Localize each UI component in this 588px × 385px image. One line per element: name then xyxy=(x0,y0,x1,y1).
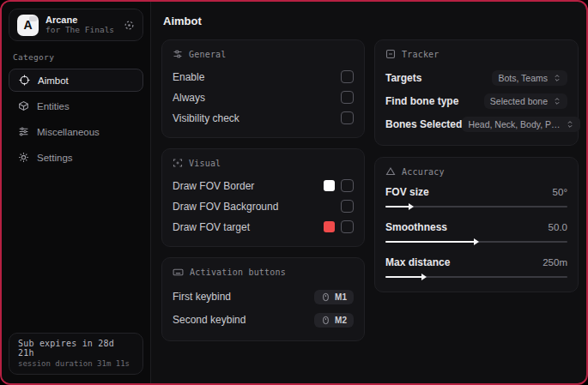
fov-size-slider[interactable] xyxy=(385,203,567,210)
keybind-value: M1 xyxy=(335,292,347,302)
refresh-icon[interactable] xyxy=(124,20,135,31)
setting-row-max-distance: Max distance 250m xyxy=(385,255,567,280)
bones-selected-select[interactable]: Head, Neck, Body, Pe... xyxy=(462,117,580,132)
select-value: Selected bone xyxy=(490,96,548,106)
app-title: Arcane xyxy=(45,15,117,26)
visibility-check-checkbox[interactable] xyxy=(341,111,354,124)
setting-label: Second keybind xyxy=(173,314,246,326)
app-logo: A xyxy=(17,15,39,36)
setting-row-second-keybind: Second keybind M2 xyxy=(173,309,354,331)
slider-thumb[interactable] xyxy=(409,203,414,210)
card-title: Activation buttons xyxy=(190,268,286,277)
sub-expiry-text: Sub expires in 28d 21h xyxy=(18,339,134,358)
slider-thumb[interactable] xyxy=(421,274,427,280)
setting-row-always: Always xyxy=(173,87,354,107)
max-distance-value: 250m xyxy=(543,257,567,268)
color-swatch[interactable] xyxy=(324,221,335,232)
subscription-info: Sub expires in 28d 21h session duration … xyxy=(9,333,143,375)
setting-label: Targets xyxy=(385,72,421,84)
chevrons-up-down-icon xyxy=(553,97,561,105)
chevrons-up-down-icon xyxy=(553,74,561,82)
mouse-icon xyxy=(321,316,330,325)
setting-label: Find bone type xyxy=(385,95,458,107)
cube-icon xyxy=(18,100,29,111)
sidebar-item-label: Entities xyxy=(37,101,70,111)
setting-label: Draw FOV Border xyxy=(173,180,254,192)
sidebar-item-miscellaneous[interactable]: Miscellaneous xyxy=(9,120,143,143)
draw-fov-border-checkbox[interactable] xyxy=(341,179,354,192)
triangle-icon xyxy=(385,166,396,177)
activation-buttons-card: Activation buttons First keybind M1 xyxy=(161,257,365,341)
first-keybind-button[interactable]: M1 xyxy=(314,290,354,304)
page-title: Aimbot xyxy=(163,15,579,27)
setting-row-bones-selected: Bones Selected Head, Neck, Body, Pe... xyxy=(385,113,567,135)
card-title: Accuracy xyxy=(402,167,445,177)
setting-label: Smoothness xyxy=(385,221,447,233)
setting-row-targets: Targets Bots, Teams xyxy=(385,67,567,89)
setting-label: Always xyxy=(173,92,205,104)
gear-icon xyxy=(18,152,29,163)
category-label: Category xyxy=(13,52,143,62)
setting-row-enable: Enable xyxy=(173,67,354,87)
mouse-icon xyxy=(321,292,330,302)
second-keybind-button[interactable]: M2 xyxy=(314,313,354,328)
setting-label: Draw FOV Background xyxy=(173,201,278,213)
accuracy-card: Accuracy FOV size 50° xyxy=(374,157,579,292)
select-value: Bots, Teams xyxy=(498,73,548,83)
sidebar: A Arcane for The Finals Category xyxy=(2,2,151,383)
enable-checkbox[interactable] xyxy=(341,70,354,83)
scan-icon xyxy=(173,158,183,168)
always-checkbox[interactable] xyxy=(341,91,354,104)
sidebar-item-entities[interactable]: Entities xyxy=(9,94,143,117)
app-window: A Arcane for The Finals Category xyxy=(0,0,588,385)
setting-label: Bones Selected xyxy=(385,118,462,130)
chevrons-up-down-icon xyxy=(566,120,574,129)
crosshair-icon xyxy=(19,75,30,86)
keybind-value: M2 xyxy=(335,316,347,325)
square-minus-icon xyxy=(385,49,396,59)
setting-label: Max distance xyxy=(385,256,450,268)
setting-row-draw-fov-border: Draw FOV Border xyxy=(173,176,354,196)
setting-label: Enable xyxy=(173,71,204,83)
setting-row-find-bone-type: Find bone type Selected bone xyxy=(385,90,567,112)
sidebar-item-settings[interactable]: Settings xyxy=(9,146,143,169)
find-bone-type-select[interactable]: Selected bone xyxy=(484,93,567,109)
setting-row-draw-fov-target: Draw FOV target xyxy=(173,217,354,237)
setting-row-fov-size: FOV size 50° xyxy=(385,184,567,210)
setting-label: FOV size xyxy=(385,186,429,198)
sidebar-item-label: Aimbot xyxy=(38,75,69,86)
setting-row-first-keybind: First keybind M1 xyxy=(173,286,354,308)
sidebar-item-label: Settings xyxy=(37,153,73,163)
general-card: General Enable Always Visibility check xyxy=(161,39,365,138)
keyboard-icon xyxy=(173,267,184,278)
setting-row-visibility-check: Visibility check xyxy=(173,108,354,128)
slider-thumb[interactable] xyxy=(474,238,479,245)
visual-card: Visual Draw FOV Border Draw FOV Backgrou… xyxy=(161,148,365,247)
sliders-icon xyxy=(173,49,183,59)
tracker-card: Tracker Targets Bots, Teams xyxy=(374,39,579,146)
card-title: General xyxy=(189,50,227,59)
setting-label: First keybind xyxy=(173,291,231,303)
logo-card: A Arcane for The Finals xyxy=(9,9,143,41)
session-duration-text: session duration 31m 11s xyxy=(18,359,134,368)
draw-fov-target-checkbox[interactable] xyxy=(341,220,354,233)
card-title: Tracker xyxy=(402,50,439,59)
smoothness-slider[interactable] xyxy=(385,238,567,245)
smoothness-value: 50.0 xyxy=(549,222,567,232)
setting-label: Draw FOV target xyxy=(173,221,250,233)
sidebar-item-aimbot[interactable]: Aimbot xyxy=(9,69,143,92)
targets-select[interactable]: Bots, Teams xyxy=(492,70,567,86)
setting-row-draw-fov-background: Draw FOV Background xyxy=(173,196,354,216)
card-title: Visual xyxy=(189,159,221,168)
fov-size-value: 50° xyxy=(553,187,567,197)
max-distance-slider[interactable] xyxy=(385,274,567,280)
color-swatch[interactable] xyxy=(324,180,335,191)
sliders-icon xyxy=(18,126,29,137)
setting-label: Visibility check xyxy=(173,112,239,124)
app-subtitle: for The Finals xyxy=(45,26,117,35)
sidebar-item-label: Miscellaneous xyxy=(37,127,100,137)
main-content: Aimbot General xyxy=(151,2,588,383)
draw-fov-background-checkbox[interactable] xyxy=(341,200,354,213)
select-value: Head, Neck, Body, Pe... xyxy=(468,119,561,129)
setting-row-smoothness: Smoothness 50.0 xyxy=(385,220,567,245)
